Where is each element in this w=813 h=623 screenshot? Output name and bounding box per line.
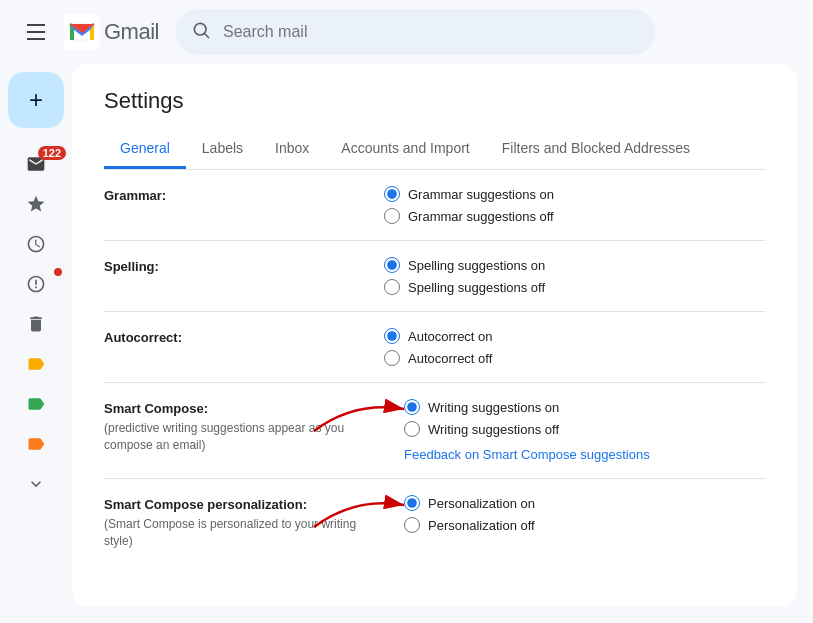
settings-section: Grammar: Grammar suggestions on Grammar … <box>104 170 765 566</box>
search-bar[interactable] <box>175 9 655 55</box>
personalization-off-option[interactable]: Personalization off <box>404 517 535 533</box>
smart-compose-feedback-link[interactable]: Feedback on Smart Compose suggestions <box>404 447 650 462</box>
writing-off-radio[interactable] <box>404 421 420 437</box>
personalization-on-label: Personalization on <box>428 496 535 511</box>
sidebar-item-important[interactable] <box>0 264 72 304</box>
personalization-off-radio[interactable] <box>404 517 420 533</box>
tab-filters[interactable]: Filters and Blocked Addresses <box>486 130 706 169</box>
personalization-off-label: Personalization off <box>428 518 535 533</box>
label1-icon <box>26 354 46 374</box>
label3-icon-wrap <box>8 430 64 458</box>
expand-icon-wrap <box>8 470 64 498</box>
expand-icon <box>26 474 46 494</box>
main-layout: + 122 <box>0 64 813 623</box>
grammar-label: Grammar: <box>104 186 344 203</box>
grammar-off-label: Grammar suggestions off <box>408 209 554 224</box>
spelling-off-option[interactable]: Spelling suggestions off <box>384 279 545 295</box>
compose-icon: + <box>29 86 43 114</box>
spelling-on-option[interactable]: Spelling suggestions on <box>384 257 545 273</box>
tab-general[interactable]: General <box>104 130 186 169</box>
gmail-label: Gmail <box>104 19 159 45</box>
grammar-row: Grammar: Grammar suggestions on Grammar … <box>104 170 765 241</box>
grammar-options: Grammar suggestions on Grammar suggestio… <box>384 186 554 224</box>
writing-suggestions-on-option[interactable]: Writing suggestions on <box>404 399 650 415</box>
sidebar-item-inbox[interactable]: 122 <box>0 144 72 184</box>
starred-icon-wrap <box>8 190 64 218</box>
sidebar-item-snoozed[interactable] <box>0 224 72 264</box>
label2-icon <box>26 394 46 414</box>
tab-accounts[interactable]: Accounts and Import <box>325 130 485 169</box>
personalization-on-option[interactable]: Personalization on <box>404 495 535 511</box>
spelling-off-label: Spelling suggestions off <box>408 280 545 295</box>
writing-on-radio[interactable] <box>404 399 420 415</box>
writing-suggestions-off-option[interactable]: Writing suggestions off <box>404 421 650 437</box>
compose-button[interactable]: + <box>8 72 64 128</box>
trash-icon <box>26 314 46 334</box>
search-icon <box>191 20 211 45</box>
sidebar-item-trash[interactable] <box>0 304 72 344</box>
personalization-sublabel: (Smart Compose is personalized to your w… <box>104 516 364 550</box>
writing-off-label: Writing suggestions off <box>428 422 559 437</box>
autocorrect-label: Autocorrect: <box>104 328 344 345</box>
smart-compose-options: Writing suggestions on Writing suggestio… <box>404 399 650 462</box>
sidebar-item-label3[interactable] <box>0 424 72 464</box>
trash-icon-wrap <box>8 310 64 338</box>
spelling-options: Spelling suggestions on Spelling suggest… <box>384 257 545 295</box>
grammar-on-radio[interactable] <box>384 186 400 202</box>
important-icon <box>26 274 46 294</box>
grammar-on-label: Grammar suggestions on <box>408 187 554 202</box>
smart-compose-row: Smart Compose: (predictive writing sugge… <box>104 383 765 479</box>
smart-compose-label: Smart Compose: (predictive writing sugge… <box>104 399 364 454</box>
gmail-logo-icon <box>64 14 100 50</box>
spelling-on-label: Spelling suggestions on <box>408 258 545 273</box>
sidebar-item-label1[interactable] <box>0 344 72 384</box>
spelling-off-radio[interactable] <box>384 279 400 295</box>
smart-compose-personalization-row: Smart Compose personalization: (Smart Co… <box>104 479 765 566</box>
autocorrect-off-option[interactable]: Autocorrect off <box>384 350 493 366</box>
inbox-badge: 122 <box>38 146 66 160</box>
grammar-off-option[interactable]: Grammar suggestions off <box>384 208 554 224</box>
logo-area: Gmail <box>64 14 159 50</box>
autocorrect-row: Autocorrect: Autocorrect on Autocorrect … <box>104 312 765 383</box>
autocorrect-on-option[interactable]: Autocorrect on <box>384 328 493 344</box>
tab-inbox[interactable]: Inbox <box>259 130 325 169</box>
personalization-options: Personalization on Personalization off <box>404 495 535 533</box>
snoozed-icon-wrap <box>8 230 64 258</box>
sidebar-item-expand[interactable] <box>0 464 72 504</box>
grammar-on-option[interactable]: Grammar suggestions on <box>384 186 554 202</box>
autocorrect-off-radio[interactable] <box>384 350 400 366</box>
personalization-on-radio[interactable] <box>404 495 420 511</box>
spelling-label: Spelling: <box>104 257 344 274</box>
sidebar-item-label2[interactable] <box>0 384 72 424</box>
sidebar-item-starred[interactable] <box>0 184 72 224</box>
label1-icon-wrap <box>8 350 64 378</box>
autocorrect-on-label: Autocorrect on <box>408 329 493 344</box>
clock-icon <box>26 234 46 254</box>
label2-icon-wrap <box>8 390 64 418</box>
smart-compose-sublabel: (predictive writing suggestions appear a… <box>104 420 364 454</box>
hamburger-menu[interactable] <box>16 12 56 52</box>
sidebar: + 122 <box>0 64 72 623</box>
spelling-row: Spelling: Spelling suggestions on Spelli… <box>104 241 765 312</box>
spelling-on-radio[interactable] <box>384 257 400 273</box>
page-title: Settings <box>104 88 765 114</box>
tabs-bar: General Labels Inbox Accounts and Import… <box>104 130 765 170</box>
topbar: Gmail <box>0 0 813 64</box>
personalization-label: Smart Compose personalization: (Smart Co… <box>104 495 364 550</box>
autocorrect-off-label: Autocorrect off <box>408 351 492 366</box>
important-dot-badge <box>54 268 62 276</box>
star-icon <box>26 194 46 214</box>
autocorrect-options: Autocorrect on Autocorrect off <box>384 328 493 366</box>
writing-on-label: Writing suggestions on <box>428 400 559 415</box>
tab-labels[interactable]: Labels <box>186 130 259 169</box>
autocorrect-on-radio[interactable] <box>384 328 400 344</box>
label3-icon <box>26 434 46 454</box>
search-input[interactable] <box>223 23 639 41</box>
grammar-off-radio[interactable] <box>384 208 400 224</box>
svg-line-2 <box>205 33 209 37</box>
main-panel: Settings General Labels Inbox Accounts a… <box>72 64 797 607</box>
